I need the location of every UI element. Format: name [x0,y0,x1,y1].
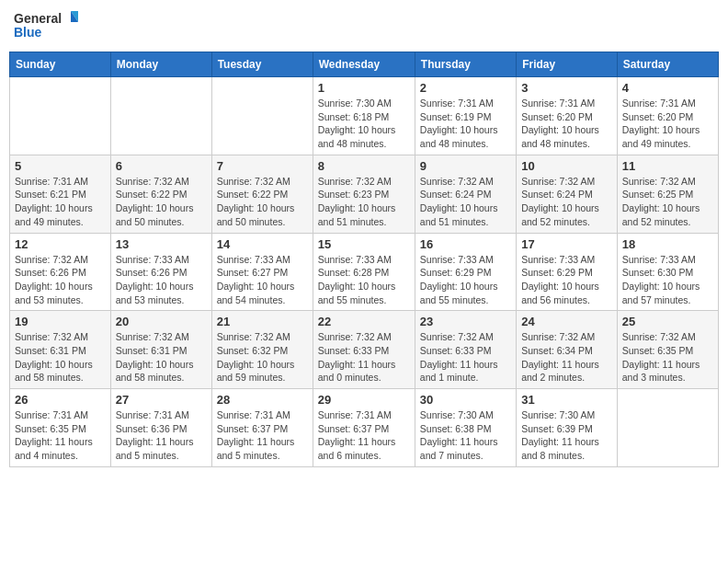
cell-info-text: Sunrise: 7:32 AM Sunset: 6:22 PM Dayligh… [217,175,308,229]
calendar-cell: 17Sunrise: 7:33 AM Sunset: 6:29 PM Dayli… [517,233,618,311]
cell-date-number: 11 [622,159,713,173]
calendar-cell: 26Sunrise: 7:31 AM Sunset: 6:35 PM Dayli… [10,389,111,467]
svg-text:Blue: Blue [14,25,42,40]
cell-date-number: 5 [15,159,106,173]
weekday-header-row: SundayMondayTuesdayWednesdayThursdayFrid… [10,52,719,77]
calendar-cell: 4Sunrise: 7:31 AM Sunset: 6:20 PM Daylig… [617,77,718,155]
cell-date-number: 15 [318,237,410,251]
cell-info-text: Sunrise: 7:32 AM Sunset: 6:24 PM Dayligh… [420,175,511,229]
calendar-week-row: 12Sunrise: 7:32 AM Sunset: 6:26 PM Dayli… [10,233,719,311]
calendar-cell: 3Sunrise: 7:31 AM Sunset: 6:20 PM Daylig… [517,77,618,155]
weekday-header-friday: Friday [517,52,618,77]
cell-date-number: 31 [521,393,612,407]
cell-info-text: Sunrise: 7:32 AM Sunset: 6:35 PM Dayligh… [622,330,713,385]
cell-info-text: Sunrise: 7:31 AM Sunset: 6:21 PM Dayligh… [15,175,106,229]
cell-info-text: Sunrise: 7:32 AM Sunset: 6:22 PM Dayligh… [116,175,207,229]
calendar-cell: 20Sunrise: 7:32 AM Sunset: 6:31 PM Dayli… [110,311,211,389]
cell-info-text: Sunrise: 7:31 AM Sunset: 6:37 PM Dayligh… [318,408,410,463]
calendar-cell: 27Sunrise: 7:31 AM Sunset: 6:36 PM Dayli… [110,389,211,467]
calendar-cell: 31Sunrise: 7:30 AM Sunset: 6:39 PM Dayli… [517,389,618,467]
calendar-cell [110,77,211,155]
cell-info-text: Sunrise: 7:30 AM Sunset: 6:38 PM Dayligh… [420,408,511,463]
calendar-cell: 9Sunrise: 7:32 AM Sunset: 6:24 PM Daylig… [415,155,516,233]
calendar-cell: 29Sunrise: 7:31 AM Sunset: 6:37 PM Dayli… [313,389,415,467]
calendar-cell: 7Sunrise: 7:32 AM Sunset: 6:22 PM Daylig… [211,155,313,233]
cell-info-text: Sunrise: 7:32 AM Sunset: 6:24 PM Dayligh… [521,175,612,229]
logo-svg: General Blue [14,9,78,42]
calendar-cell: 12Sunrise: 7:32 AM Sunset: 6:26 PM Dayli… [10,233,111,311]
calendar-cell: 22Sunrise: 7:32 AM Sunset: 6:33 PM Dayli… [313,311,415,389]
calendar-cell: 30Sunrise: 7:30 AM Sunset: 6:38 PM Dayli… [415,389,516,467]
cell-date-number: 7 [217,159,308,173]
calendar-week-row: 26Sunrise: 7:31 AM Sunset: 6:35 PM Dayli… [10,389,719,467]
cell-info-text: Sunrise: 7:31 AM Sunset: 6:20 PM Dayligh… [622,97,713,151]
cell-info-text: Sunrise: 7:30 AM Sunset: 6:18 PM Dayligh… [318,97,410,151]
calendar-cell: 14Sunrise: 7:33 AM Sunset: 6:27 PM Dayli… [211,233,313,311]
cell-date-number: 24 [521,315,612,328]
weekday-header-monday: Monday [110,52,211,77]
weekday-header-sunday: Sunday [10,52,111,77]
cell-info-text: Sunrise: 7:32 AM Sunset: 6:33 PM Dayligh… [420,330,511,385]
calendar-cell: 1Sunrise: 7:30 AM Sunset: 6:18 PM Daylig… [313,77,415,155]
calendar-cell: 24Sunrise: 7:32 AM Sunset: 6:34 PM Dayli… [517,311,618,389]
calendar-cell [10,77,111,155]
cell-info-text: Sunrise: 7:33 AM Sunset: 6:29 PM Dayligh… [521,253,612,307]
cell-date-number: 12 [15,237,106,251]
cell-date-number: 1 [318,81,410,95]
cell-date-number: 17 [521,237,612,251]
cell-date-number: 6 [116,159,207,173]
calendar-table: SundayMondayTuesdayWednesdayThursdayFrid… [9,52,719,467]
page-header: General Blue [9,9,719,42]
cell-info-text: Sunrise: 7:32 AM Sunset: 6:33 PM Dayligh… [318,330,410,385]
cell-info-text: Sunrise: 7:31 AM Sunset: 6:35 PM Dayligh… [15,408,106,463]
calendar-week-row: 19Sunrise: 7:32 AM Sunset: 6:31 PM Dayli… [10,311,719,389]
cell-date-number: 28 [217,393,308,407]
cell-info-text: Sunrise: 7:31 AM Sunset: 6:37 PM Dayligh… [217,408,308,463]
cell-info-text: Sunrise: 7:32 AM Sunset: 6:31 PM Dayligh… [116,330,207,385]
calendar-cell: 15Sunrise: 7:33 AM Sunset: 6:28 PM Dayli… [313,233,415,311]
cell-info-text: Sunrise: 7:30 AM Sunset: 6:39 PM Dayligh… [521,408,612,463]
weekday-header-tuesday: Tuesday [211,52,313,77]
calendar-week-row: 1Sunrise: 7:30 AM Sunset: 6:18 PM Daylig… [10,77,719,155]
cell-date-number: 3 [521,81,612,95]
svg-text:General: General [14,11,62,26]
calendar-cell [617,389,718,467]
calendar-cell [211,77,313,155]
cell-info-text: Sunrise: 7:32 AM Sunset: 6:31 PM Dayligh… [15,330,106,385]
cell-date-number: 20 [116,315,207,328]
calendar-cell: 11Sunrise: 7:32 AM Sunset: 6:25 PM Dayli… [617,155,718,233]
cell-info-text: Sunrise: 7:32 AM Sunset: 6:34 PM Dayligh… [521,330,612,385]
calendar-cell: 21Sunrise: 7:32 AM Sunset: 6:32 PM Dayli… [211,311,313,389]
calendar-cell: 25Sunrise: 7:32 AM Sunset: 6:35 PM Dayli… [617,311,718,389]
calendar-cell: 6Sunrise: 7:32 AM Sunset: 6:22 PM Daylig… [110,155,211,233]
cell-info-text: Sunrise: 7:31 AM Sunset: 6:36 PM Dayligh… [116,408,207,463]
cell-date-number: 30 [420,393,511,407]
logo: General Blue [14,9,78,42]
cell-info-text: Sunrise: 7:33 AM Sunset: 6:29 PM Dayligh… [420,253,511,307]
cell-info-text: Sunrise: 7:32 AM Sunset: 6:25 PM Dayligh… [622,175,713,229]
calendar-cell: 23Sunrise: 7:32 AM Sunset: 6:33 PM Dayli… [415,311,516,389]
weekday-header-wednesday: Wednesday [313,52,415,77]
cell-info-text: Sunrise: 7:33 AM Sunset: 6:28 PM Dayligh… [318,253,410,307]
cell-date-number: 22 [318,315,410,328]
cell-date-number: 14 [217,237,308,251]
weekday-header-thursday: Thursday [415,52,516,77]
cell-info-text: Sunrise: 7:32 AM Sunset: 6:26 PM Dayligh… [15,253,106,307]
cell-date-number: 29 [318,393,410,407]
calendar-cell: 28Sunrise: 7:31 AM Sunset: 6:37 PM Dayli… [211,389,313,467]
cell-date-number: 23 [420,315,511,328]
cell-info-text: Sunrise: 7:32 AM Sunset: 6:32 PM Dayligh… [217,330,308,385]
cell-date-number: 2 [420,81,511,95]
cell-date-number: 26 [15,393,106,407]
cell-info-text: Sunrise: 7:31 AM Sunset: 6:20 PM Dayligh… [521,97,612,151]
calendar-cell: 2Sunrise: 7:31 AM Sunset: 6:19 PM Daylig… [415,77,516,155]
calendar-cell: 5Sunrise: 7:31 AM Sunset: 6:21 PM Daylig… [10,155,111,233]
cell-info-text: Sunrise: 7:32 AM Sunset: 6:23 PM Dayligh… [318,175,410,229]
cell-info-text: Sunrise: 7:33 AM Sunset: 6:30 PM Dayligh… [622,253,713,307]
cell-date-number: 9 [420,159,511,173]
weekday-header-saturday: Saturday [617,52,718,77]
cell-date-number: 25 [622,315,713,328]
cell-date-number: 8 [318,159,410,173]
cell-info-text: Sunrise: 7:31 AM Sunset: 6:19 PM Dayligh… [420,97,511,151]
cell-date-number: 19 [15,315,106,328]
